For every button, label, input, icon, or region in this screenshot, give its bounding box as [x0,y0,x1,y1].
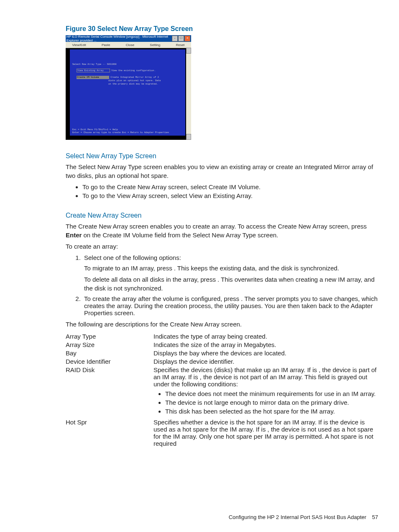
def-term: Hot Spr [66,419,153,426]
console-desc: View the existing configuration. [111,69,156,72]
def-term: RAID Disk [66,366,153,373]
list-item: To go to the Create New Array screen, se… [82,183,378,190]
screenshot-figure: HP iLO Remote Serial Console Window [ung… [66,35,191,140]
def-row: Bay Displays the bay where the devices a… [66,350,378,357]
list-item: To go to the View Array screen, select V… [82,192,378,199]
console-footer: Esc = Exit Menu F1/Shift+1 = Help [72,128,183,131]
step-item: To create the array after the volume is … [82,295,378,316]
page-number: 57 [372,514,378,520]
def-term: Device Identifier [66,358,153,365]
body-paragraph: To create an array: [66,242,378,251]
menu-item: Close [126,43,134,47]
menu-item: Reset [176,43,184,47]
step-option: To delete all data on all disks in the a… [84,275,378,293]
section-heading: Select New Array Type Screen [66,152,378,160]
section-heading: Create New Array Screen [66,212,378,219]
def-row: Array Size Indicates the size of the arr… [66,341,378,348]
def-body: Indicates the type of array being create… [153,333,378,340]
console-desc: Create Integrated Mirror Array of 2 [110,76,159,79]
page: Figure 30 Select New Array Type Screen H… [0,0,399,532]
def-body: Displays the device identifier. [153,358,378,365]
def-term: Array Size [66,341,153,348]
def-row: Device Identifier Displays the device id… [66,358,378,365]
window-controls: - □ × [172,36,190,41]
step-item: Select one of the following options: To … [82,254,378,293]
list-item: The device does not meet the minimum req… [165,390,378,397]
figure-caption: Figure 30 Select New Array Type Screen [66,25,378,33]
step-option: To migrate to an IM array, press . This … [84,264,378,272]
def-term: Bay [66,350,153,357]
def-body: Indicates the size of the array in Megab… [153,341,378,348]
maximize-icon: □ [178,36,184,41]
console-desc: disks plus an optional hot spare. Data [108,79,161,82]
def-row: RAID Disk Specifies the devices (disks) … [66,366,378,417]
console-option-create: Create IM Volume [77,76,109,79]
window-title: HP iLO Remote Serial Console Window [ung… [66,35,172,42]
def-row: Hot Spr Specifies whether a device is th… [66,419,378,447]
minimize-icon: - [172,36,178,41]
bullet-list: To go to the Create New Array screen, se… [66,183,378,199]
menu-item: View/Edit [72,43,86,47]
def-body: Specifies the devices (disks) that make … [153,366,378,417]
console-footer: Enter = Choose array type to create Esc … [72,131,183,134]
console-area: Select New Array Type -- SAS1068 View Ex… [70,49,185,136]
console-desc: on the primary disk may be migrated. [108,82,158,86]
scroll-down-icon [186,134,191,140]
console-option-view: View Existing Array [77,69,110,73]
list-item: The device is not large enough to mirror… [165,399,378,406]
def-body: Specifies whether a device is the hot sp… [153,419,378,447]
ordered-steps: Select one of the following options: To … [66,254,378,316]
menubar: View/Edit Paste Close Setting Reset [66,42,191,48]
body-paragraph: The Select New Array Type screen enables… [66,162,378,180]
body-paragraph: The Create New Array screen enables you … [66,222,378,239]
list-item: This disk has been selected as the hot s… [165,408,378,415]
body-paragraph: The following are descriptions for the C… [66,320,378,329]
scroll-up-icon [186,48,191,54]
def-body: Displays the bay where the devices are l… [153,350,378,357]
page-footer: Configuring the HP 2 Internal Port SAS H… [229,514,378,520]
def-term: Array Type [66,333,153,340]
scrollbar [186,48,191,140]
window-titlebar: HP iLO Remote Serial Console Window [ung… [66,35,191,42]
footer-text: Configuring the HP 2 Internal Port SAS H… [229,514,366,520]
close-icon: × [184,36,190,41]
definitions: Array Type Indicates the type of array b… [66,333,378,447]
def-row: Array Type Indicates the type of array b… [66,333,378,340]
console-header: Select New Array Type -- SAS1068 [72,63,183,66]
menu-item: Setting [150,43,160,47]
menu-item: Paste [102,43,110,47]
